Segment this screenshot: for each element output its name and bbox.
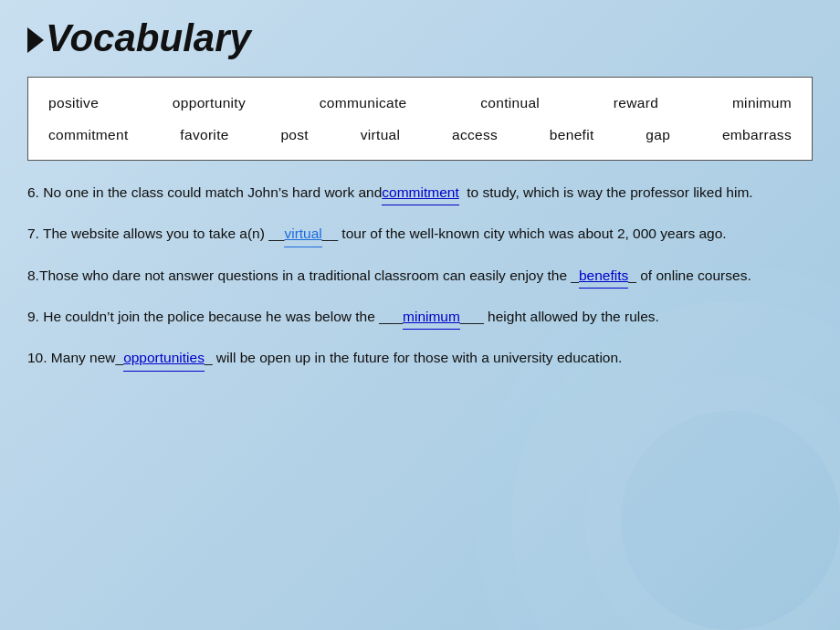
word-favorite: favorite <box>176 119 232 151</box>
sentence-7-after: __ tour of the well-known city which was… <box>322 226 727 241</box>
word-commitment: commitment <box>45 119 132 151</box>
sentence-6-before: 6. No one in the class could match John’… <box>27 184 382 200</box>
sentence-8-after: _ of online courses. <box>628 268 751 283</box>
sentences-container: 6. No one in the class could match John’… <box>27 181 813 372</box>
word-access: access <box>448 119 501 151</box>
sentence-10: 10. Many new_opportunities_ will be open… <box>27 346 813 371</box>
word-positive: positive <box>45 87 102 119</box>
sentence-7-answer: virtual <box>284 222 321 247</box>
sentence-7: 7. The website allows you to take a(n) _… <box>27 222 813 247</box>
word-benefit: benefit <box>546 119 598 151</box>
word-virtual: virtual <box>357 119 404 151</box>
word-minimum: minimum <box>729 87 795 119</box>
word-opportunity: opportunity <box>169 87 249 119</box>
sentence-9-after: ___ height allowed by the rules. <box>460 309 659 324</box>
sentence-7-before: 7. The website allows you to take a(n) _… <box>27 226 284 241</box>
sentence-9-answer: minimum <box>403 305 460 330</box>
word-box-row2: commitment favorite post virtual access … <box>45 119 795 151</box>
word-box-row1: positive opportunity communicate continu… <box>45 87 795 119</box>
word-communicate: communicate <box>316 87 411 119</box>
sentence-10-before: 10. Many new_ <box>27 350 123 365</box>
word-gap: gap <box>642 119 674 151</box>
sentence-8: 8.Those who dare not answer questions in… <box>27 264 813 289</box>
vocabulary-word-box: positive opportunity communicate continu… <box>27 77 813 161</box>
sentence-9: 9. He couldn’t join the police because h… <box>27 305 813 330</box>
sentence-8-before: 8.Those who dare not answer questions in… <box>27 268 579 283</box>
sentence-6: 6. No one in the class could match John’… <box>27 181 813 205</box>
sentence-6-answer: commitment <box>382 181 458 205</box>
title-arrow-icon <box>27 27 44 53</box>
sentence-10-after: _ will be open up in the future for thos… <box>205 350 623 365</box>
page-title: Vocabulary <box>27 16 813 60</box>
title-text: Vocabulary <box>46 16 251 60</box>
word-post: post <box>277 119 312 151</box>
sentence-9-before: 9. He couldn’t join the police because h… <box>27 309 403 324</box>
sentence-8-answer: benefits <box>579 264 628 289</box>
word-continual: continual <box>477 87 543 119</box>
word-embarrass: embarrass <box>719 119 795 151</box>
sentence-10-answer: opportunities <box>123 346 205 371</box>
word-reward: reward <box>610 87 662 119</box>
